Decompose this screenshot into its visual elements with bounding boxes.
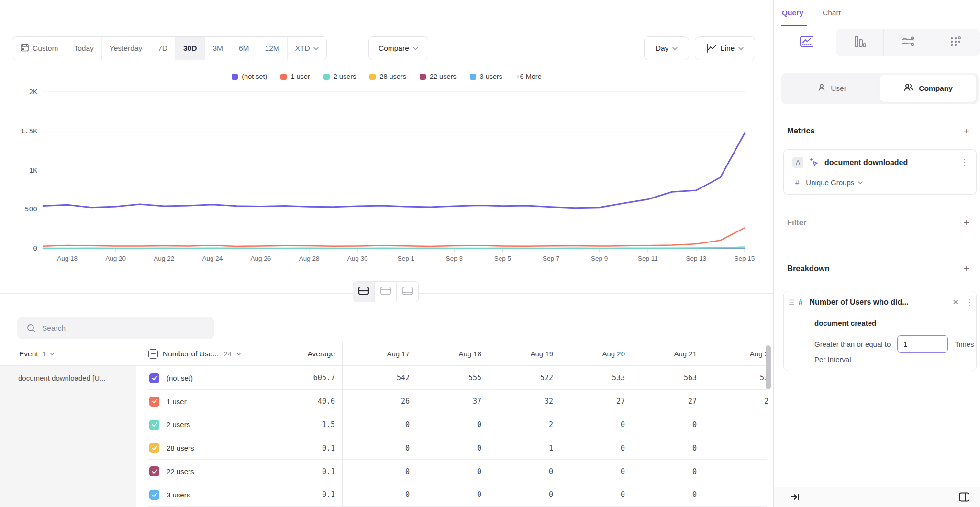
close-icon[interactable]: ✕ (949, 298, 961, 307)
x-axis-label: Sep 1 (398, 255, 414, 262)
chart-only-view-icon (380, 286, 391, 298)
breakdown-kebab-icon[interactable]: ⋮ (965, 298, 973, 307)
data-cell: 555 (410, 366, 481, 390)
data-cell (697, 436, 768, 460)
scope-option-company[interactable]: Company (880, 75, 976, 102)
times-unit-label: Times (955, 340, 974, 348)
flow-chart-tab[interactable] (883, 29, 931, 56)
x-axis-label: Aug 26 (251, 255, 271, 262)
bar-chart-icon (854, 35, 866, 50)
search-icon (27, 324, 35, 332)
scope-user-label: User (831, 84, 846, 93)
filter-heading: Filter (787, 218, 806, 227)
group-column-header[interactable]: Number of Use... 24 (148, 342, 241, 365)
side-panel-icon[interactable] (958, 492, 970, 504)
data-cell: 26 (338, 390, 410, 413)
data-cell: 0 (410, 483, 481, 507)
event-list-item[interactable]: document downloaded [U... (0, 366, 136, 390)
event-column-header[interactable]: Event 1 (19, 342, 55, 365)
active-tab-underline (781, 25, 807, 26)
series-label: 22 users (167, 460, 194, 483)
metric-card[interactable]: A document downloaded ⋮ # Unique Groups (783, 149, 977, 195)
chevron-down-icon (236, 353, 241, 355)
sidebar-footer (774, 487, 980, 507)
bar-chart-tab[interactable] (836, 29, 883, 56)
breakdown-event-name[interactable]: document created (814, 319, 876, 327)
x-axis-label: Sep 15 (735, 255, 755, 262)
x-axis-label: Aug 22 (154, 255, 174, 262)
select-all-checkbox[interactable] (148, 349, 158, 359)
split-view-icon (358, 286, 369, 298)
table-column-separator (342, 342, 343, 507)
series-checkbox[interactable] (149, 373, 159, 383)
chart-only-view-button[interactable] (375, 281, 397, 302)
data-cell (697, 460, 768, 483)
series-label: 28 users (167, 436, 194, 460)
series-line-2-users (43, 247, 745, 249)
series-checkbox[interactable] (149, 397, 159, 407)
metric-event-name[interactable]: document downloaded (824, 158, 955, 167)
tab-query[interactable]: Query (782, 9, 803, 17)
x-axis-label: Sep 9 (591, 255, 608, 262)
table-only-view-button[interactable] (397, 281, 419, 302)
data-cell: 0 (625, 413, 697, 437)
scope-company-label: Company (919, 84, 953, 93)
series-checkbox[interactable] (149, 443, 159, 453)
chevron-down-icon (50, 353, 55, 355)
date-column-header: Aug 2 (697, 342, 768, 365)
search-input[interactable] (42, 324, 204, 332)
data-cell: 0 (410, 413, 481, 437)
average-value: 40.6 (258, 390, 335, 413)
average-value: 0.1 (258, 483, 335, 507)
add-metric-button[interactable]: + (961, 125, 972, 137)
data-cell: 53 (697, 366, 768, 390)
data-cell: 0 (625, 460, 697, 483)
scope-toggle: User Company (781, 73, 979, 104)
data-cell: 533 (553, 366, 625, 390)
series-label: 1 user (167, 390, 187, 413)
series-label: 2 users (167, 413, 190, 437)
drag-handle-icon[interactable]: ☰ (789, 298, 795, 306)
tab-chart[interactable]: Chart (823, 9, 841, 17)
analytics-app: CustomTodayYesterday7D30D3M6M12MXTD Comp… (0, 0, 980, 507)
collapse-panel-icon[interactable] (790, 492, 801, 504)
more-chart-types-tab[interactable] (932, 29, 980, 56)
x-axis-label: Sep 7 (543, 255, 559, 262)
data-cell: 37 (410, 390, 481, 413)
data-cell: 0 (553, 460, 625, 483)
group-header-label: Number of Use... (163, 350, 219, 358)
times-value-input[interactable] (897, 335, 948, 353)
group-count: 24 (223, 350, 232, 358)
per-interval-label[interactable]: Per Interval (814, 355, 851, 364)
table-vertical-scrollbar[interactable] (766, 345, 771, 389)
flow-chart-icon (901, 36, 914, 49)
data-cell: 0 (338, 413, 410, 437)
data-cell: 27 (553, 390, 625, 413)
add-breakdown-button[interactable]: + (961, 263, 972, 275)
event-list-panel: document downloaded [U... (0, 366, 136, 507)
average-value: 0.1 (258, 460, 335, 483)
scope-option-user[interactable]: User (784, 75, 880, 102)
date-column-header: Aug 17 (338, 342, 410, 365)
event-header-label: Event (19, 350, 38, 358)
series-checkbox[interactable] (149, 466, 159, 476)
line-chart-icon (800, 35, 814, 50)
layout-toggle (353, 281, 419, 302)
x-axis-label: Sep 5 (494, 255, 511, 262)
table-header: Event 1 Number of Use... 24 Average Aug … (0, 342, 773, 365)
add-filter-button[interactable]: + (961, 217, 972, 229)
series-checkbox[interactable] (149, 490, 159, 500)
series-line-1-user (43, 228, 745, 246)
breakdown-title: Number of Users who did... (806, 298, 946, 307)
breakdown-condition[interactable]: Greater than or equal to (814, 340, 891, 348)
data-cell: 522 (481, 366, 553, 390)
metric-kebab-icon[interactable]: ⋮ (960, 158, 969, 166)
line-chart-tab[interactable] (778, 28, 836, 57)
data-cell: 0 (625, 483, 697, 507)
data-cell: 0 (481, 460, 553, 483)
split-view-button[interactable] (353, 281, 375, 302)
data-cell: 0 (481, 483, 553, 507)
measure-dropdown[interactable]: Unique Groups (806, 178, 863, 187)
series-checkbox[interactable] (149, 420, 159, 430)
series-line--not-set- (43, 133, 745, 208)
